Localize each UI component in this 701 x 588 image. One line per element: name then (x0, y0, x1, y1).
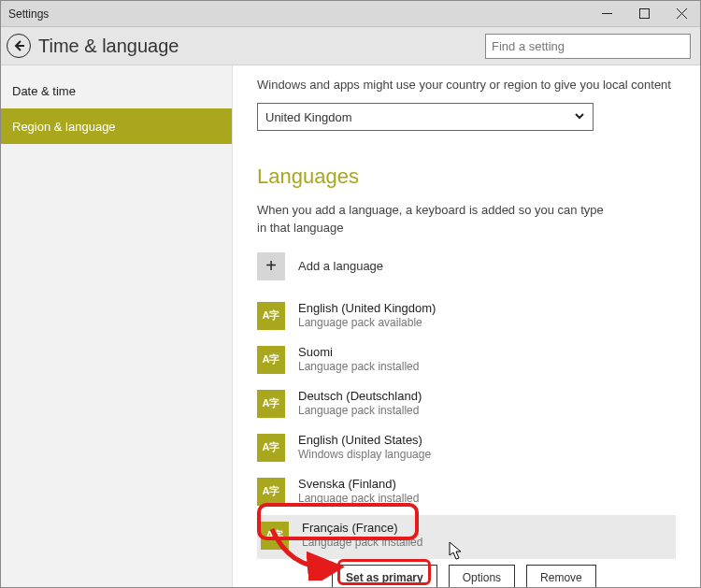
set-primary-button[interactable]: Set as primary (332, 565, 437, 587)
language-pack-icon: A字 (261, 522, 289, 550)
region-hint: Windows and apps might use your country … (257, 77, 676, 93)
language-item-francais[interactable]: A字 Français (France) Language pack insta… (257, 515, 676, 559)
maximize-button[interactable] (625, 1, 663, 27)
language-item-english-uk[interactable]: A字 English (United Kingdom) Language pac… (257, 295, 676, 339)
content-pane: Windows and apps might use your country … (233, 65, 700, 587)
titlebar: Settings (1, 1, 700, 27)
chevron-down-icon (574, 110, 585, 124)
language-name: English (United Kingdom) (298, 301, 436, 315)
language-pack-icon: A字 (257, 302, 285, 330)
svg-rect-1 (639, 9, 649, 19)
language-name: English (United States) (298, 433, 431, 447)
language-status: Windows display language (298, 448, 431, 461)
language-name: Deutsch (Deutschland) (298, 389, 422, 403)
close-button[interactable] (663, 1, 700, 27)
page-title: Time & language (38, 36, 179, 57)
search-input[interactable]: Find a setting (485, 34, 691, 59)
region-dropdown[interactable]: United Kingdom (257, 103, 594, 131)
sidebar-item-date-time[interactable]: Date & time (1, 73, 232, 108)
sidebar-item-label: Date & time (12, 84, 76, 98)
language-status: Language pack installed (302, 536, 422, 549)
region-selected: United Kingdom (265, 110, 352, 124)
sidebar-item-region-language[interactable]: Region & language (1, 108, 232, 144)
page-header: Time & language Find a setting (1, 27, 700, 65)
language-status: Language pack installed (298, 360, 419, 373)
add-language-button[interactable]: + Add a language (257, 251, 676, 282)
language-actions: Set as primary Options Remove (332, 565, 676, 587)
language-item-english-us[interactable]: A字 English (United States) Windows displ… (257, 427, 676, 471)
back-button[interactable] (7, 34, 31, 58)
window-title: Settings (1, 7, 49, 21)
sidebar: Date & time Region & language (1, 65, 233, 587)
language-status: Language pack installed (298, 404, 422, 417)
language-list: A字 English (United Kingdom) Language pac… (257, 295, 676, 587)
language-item-deutsch[interactable]: A字 Deutsch (Deutschland) Language pack i… (257, 383, 676, 427)
language-name: Suomi (298, 345, 419, 359)
language-pack-icon: A字 (257, 390, 285, 418)
plus-icon: + (257, 252, 285, 280)
language-name: Svenska (Finland) (298, 477, 419, 491)
language-item-suomi[interactable]: A字 Suomi Language pack installed (257, 339, 676, 383)
languages-heading: Languages (257, 165, 676, 189)
minimize-button[interactable] (588, 1, 625, 27)
language-status: Language pack installed (298, 492, 419, 505)
language-pack-icon: A字 (257, 434, 285, 462)
search-placeholder: Find a setting (492, 39, 565, 53)
options-button[interactable]: Options (449, 565, 515, 587)
language-pack-icon: A字 (257, 478, 285, 506)
language-pack-icon: A字 (257, 346, 285, 374)
remove-label: Remove (540, 571, 582, 584)
set-primary-label: Set as primary (346, 571, 423, 584)
remove-button[interactable]: Remove (526, 565, 596, 587)
sidebar-item-label: Region & language (12, 120, 116, 134)
language-item-svenska[interactable]: A字 Svenska (Finland) Language pack insta… (257, 471, 676, 515)
languages-subtitle: When you add a language, a keyboard is a… (257, 202, 612, 237)
add-language-label: Add a language (298, 259, 383, 273)
options-label: Options (463, 571, 501, 584)
language-status: Language pack available (298, 316, 436, 329)
language-name: Français (France) (302, 521, 422, 535)
